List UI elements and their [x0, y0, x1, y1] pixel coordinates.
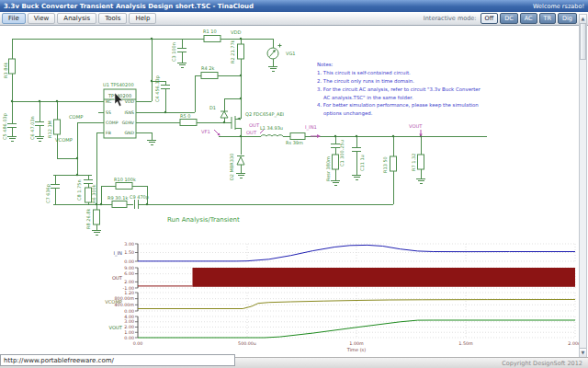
label-c5: C5 486.03p [2, 113, 8, 140]
welcome-user: Welcome rszabo! [533, 3, 584, 10]
menu-bar: File View Analysis Tools Help Interactiv… [0, 12, 588, 26]
junction-dots [11, 38, 422, 205]
chart-xtick-label: 1.50m [458, 341, 473, 346]
menu-help[interactable]: Help [129, 13, 156, 24]
notes-line-1: 1. This circuit is self-contained circui… [317, 70, 411, 75]
label-r2: R2 21.77k [230, 40, 235, 63]
chart-ytick-label: 0.00 [124, 309, 134, 314]
label-r4: R4 2k [201, 65, 214, 71]
label-l1: L1 34.93u [260, 125, 283, 131]
resistor-rs[interactable] [290, 133, 305, 140]
title-bar[interactable]: 3.3v Buck Converter Transient Analysis D… [0, 0, 588, 12]
label-c9: C9 470p [130, 194, 149, 201]
resistor-r3[interactable] [9, 59, 16, 74]
chart-xtick-label: 500.00u [238, 341, 256, 346]
label-d1: D1 [209, 105, 216, 110]
resistor-r12[interactable] [54, 120, 61, 134]
voltage-source-vg1[interactable] [267, 44, 282, 60]
mode-dc-button[interactable]: DC [500, 13, 518, 24]
mode-ac-button[interactable]: AC [520, 13, 537, 24]
net-out-2: OUT [246, 130, 257, 135]
resistor-resr[interactable] [333, 155, 339, 169]
inductor-l1[interactable] [261, 135, 283, 136]
chart-pwm-band [193, 268, 576, 287]
resistor-r13[interactable] [390, 156, 397, 171]
notes-line-3: 3. For the circuit AC analysis, refer to… [317, 86, 481, 93]
ic-u1-tps40200[interactable]: TPS40200 RC SS COMP FB VDD ISNS GDRV GND [104, 89, 136, 138]
menu-view[interactable]: View [28, 13, 56, 24]
resistor-r1[interactable] [204, 36, 220, 42]
ic-pin-ss: SS [106, 110, 111, 115]
ic-title: TPS40200 [107, 93, 131, 98]
label-c1: C1 300.25u [339, 140, 345, 167]
notes-block: Notes: 1. This circuit is self-contained… [317, 62, 481, 117]
net-vf1: VF1 [201, 129, 210, 134]
diode-d2[interactable] [237, 156, 244, 166]
notes-line-4: AC analysis.TSC" in the same folder. [323, 95, 413, 101]
net-vcomp: VCOMP [55, 137, 73, 143]
chart-ytick-label: 0.00 [124, 259, 134, 264]
mode-dig-button[interactable]: Dig [558, 13, 577, 24]
app-window: 3.3v Buck Converter Transient Analysis D… [0, 0, 588, 368]
run-analysis-label[interactable]: Run Analysis/Transient [167, 216, 240, 224]
label-r7: R7 1.32 [411, 154, 416, 171]
label-c6: C6 47.03n [29, 116, 35, 140]
schematic-drawing: TPS40200 RC SS COMP FB VDD ISNS GDRV GND [0, 26, 580, 357]
window-title: 3.3v Buck Converter Transient Analysis D… [4, 3, 254, 10]
net-vdd: VDD [231, 29, 242, 35]
label-q2: Q2 FDC654P_AEI [245, 111, 284, 118]
chart-ytick-label: 1.00 [124, 330, 134, 335]
net-iin1: I_IN1 [305, 124, 317, 131]
scrollbar-thumb[interactable] [580, 23, 586, 60]
chart-ytick-label: 3.00 [124, 242, 134, 247]
label-u1-ref: U1 TPS40200 [103, 82, 134, 87]
vertical-scrollbar[interactable]: ▲ ▼ [579, 14, 587, 358]
resistor-r5[interactable] [180, 120, 197, 126]
ic-pin-fb: FB [106, 131, 111, 135]
resistors[interactable] [9, 36, 424, 225]
ic-pin-comp: COMP [106, 121, 119, 125]
label-c4: C4 456.33p [154, 75, 161, 102]
chart-ytick-label: 2.00 [124, 280, 134, 284]
mode-off-button[interactable]: Off [481, 13, 499, 24]
chart-curve-name: OUT [112, 275, 123, 281]
interactive-mode-label: Interactive mode: [424, 15, 477, 22]
label-r6: R6 300k [91, 184, 96, 203]
chart-xtick-label: 0.00 [133, 341, 143, 346]
menu-file[interactable]: File [2, 13, 26, 24]
resistor-r7[interactable] [418, 155, 424, 169]
ic-pin-vdd: VDD [125, 99, 135, 104]
menu-analysis[interactable]: Analysis [57, 13, 96, 24]
label-r5: R5 0 [180, 113, 190, 119]
label-d2: D2 MBR330 [229, 154, 234, 180]
resistor-r8[interactable] [94, 210, 100, 224]
chart-ytick-label: 6.00 [124, 271, 134, 276]
notes-line-6: options unchanged. [323, 110, 373, 117]
mode-tr-button[interactable]: TR [539, 13, 557, 24]
resistor-r2[interactable] [238, 44, 244, 59]
notes-line-5: 4. For better simulation performance, pl… [317, 102, 479, 109]
status-link[interactable]: http://www.portablefreeware.com/ [0, 354, 235, 366]
schematic-canvas[interactable]: TPS40200 RC SS COMP FB VDD ISNS GDRV GND [0, 26, 580, 357]
menu-tools[interactable]: Tools [98, 13, 127, 24]
label-r1: R1 10 [203, 29, 217, 34]
label-r12: R12 1M [47, 121, 52, 138]
label-c8: C8 1.75n [76, 179, 82, 201]
chart-ytick-label: 1.20 [124, 291, 134, 295]
resistor-r10[interactable] [116, 183, 132, 190]
scroll-down-icon[interactable]: ▼ [580, 348, 586, 357]
resistor-r4[interactable] [201, 73, 218, 79]
interactive-mode-group: Interactive mode: Off DC AC TR Dig [424, 13, 586, 24]
resistor-r9[interactable] [112, 201, 127, 208]
waveform-diagram[interactable]: 3.001.500.00I_IN9.006.002.00-1.00OUT1.20… [105, 242, 580, 352]
chart-xtick-label: 1.00m [349, 341, 364, 346]
label-resr: Resr 380m [325, 156, 331, 181]
notes-title: Notes: [317, 62, 334, 67]
chart-curve-name: I_IN [113, 250, 122, 257]
label-vg1: VG1 [286, 51, 295, 56]
chart-curve-name: VOUT [108, 325, 122, 330]
diode-d1[interactable] [220, 111, 228, 118]
chart-curve [138, 245, 575, 261]
chart-ytick-label: 2.00 [124, 325, 134, 329]
ic-pin-gnd: GND [124, 131, 134, 135]
